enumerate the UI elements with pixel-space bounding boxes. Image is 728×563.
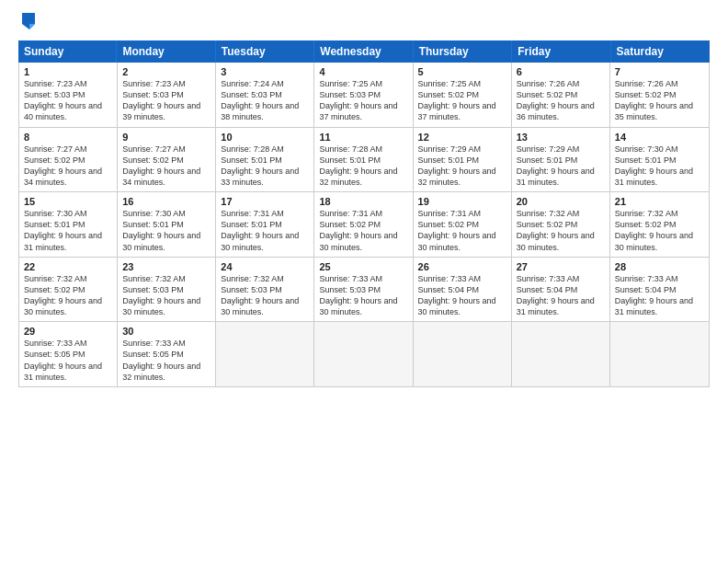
day-number: 21	[615, 196, 704, 207]
cell-info: Sunrise: 7:33 AMSunset: 5:04 PMDaylight:…	[418, 273, 506, 318]
cell-info: Sunrise: 7:27 AMSunset: 5:02 PMDaylight:…	[24, 144, 112, 189]
calendar-cell: 8Sunrise: 7:27 AMSunset: 5:02 PMDaylight…	[19, 128, 118, 192]
calendar-cell: 23Sunrise: 7:32 AMSunset: 5:03 PMDayligh…	[118, 258, 216, 322]
day-number: 6	[517, 66, 605, 77]
cell-info: Sunrise: 7:27 AMSunset: 5:02 PMDaylight:…	[122, 144, 210, 189]
day-number: 7	[615, 66, 704, 77]
cell-info: Sunrise: 7:31 AMSunset: 5:02 PMDaylight:…	[319, 208, 407, 253]
cell-info: Sunrise: 7:32 AMSunset: 5:02 PMDaylight:…	[517, 208, 605, 253]
day-number: 9	[122, 132, 210, 143]
cell-info: Sunrise: 7:30 AMSunset: 5:01 PMDaylight:…	[24, 208, 112, 253]
cell-info: Sunrise: 7:33 AMSunset: 5:05 PMDaylight:…	[122, 338, 210, 383]
header-day-wednesday: Wednesday	[314, 40, 413, 63]
calendar-cell: 18Sunrise: 7:31 AMSunset: 5:02 PMDayligh…	[314, 192, 413, 257]
calendar-cell: 3Sunrise: 7:24 AMSunset: 5:03 PMDaylight…	[216, 63, 314, 127]
calendar-row-1: 1Sunrise: 7:23 AMSunset: 5:03 PMDaylight…	[19, 63, 709, 128]
day-number: 25	[319, 261, 407, 272]
day-number: 5	[418, 66, 506, 77]
cell-info: Sunrise: 7:23 AMSunset: 5:03 PMDaylight:…	[24, 78, 112, 123]
day-number: 1	[24, 66, 112, 77]
cell-info: Sunrise: 7:25 AMSunset: 5:02 PMDaylight:…	[418, 78, 506, 123]
cell-info: Sunrise: 7:31 AMSunset: 5:01 PMDaylight:…	[221, 208, 309, 253]
cell-info: Sunrise: 7:32 AMSunset: 5:03 PMDaylight:…	[122, 273, 210, 318]
calendar-cell: 30Sunrise: 7:33 AMSunset: 5:05 PMDayligh…	[118, 322, 216, 386]
calendar-cell: 15Sunrise: 7:30 AMSunset: 5:01 PMDayligh…	[19, 192, 118, 257]
cell-info: Sunrise: 7:28 AMSunset: 5:01 PMDaylight:…	[221, 144, 309, 189]
calendar-body: 1Sunrise: 7:23 AMSunset: 5:03 PMDaylight…	[18, 63, 710, 387]
calendar-cell	[610, 322, 709, 386]
cell-info: Sunrise: 7:32 AMSunset: 5:02 PMDaylight:…	[615, 208, 704, 253]
day-number: 26	[418, 261, 506, 272]
header-day-thursday: Thursday	[414, 40, 512, 63]
calendar-cell: 25Sunrise: 7:33 AMSunset: 5:03 PMDayligh…	[314, 258, 413, 322]
calendar-cell: 14Sunrise: 7:30 AMSunset: 5:01 PMDayligh…	[610, 128, 709, 192]
day-number: 24	[221, 261, 309, 272]
cell-info: Sunrise: 7:32 AMSunset: 5:03 PMDaylight:…	[221, 273, 309, 318]
day-number: 10	[221, 132, 309, 143]
calendar-cell: 13Sunrise: 7:29 AMSunset: 5:01 PMDayligh…	[512, 128, 610, 192]
calendar-cell: 1Sunrise: 7:23 AMSunset: 5:03 PMDaylight…	[19, 63, 118, 127]
calendar-cell: 2Sunrise: 7:23 AMSunset: 5:03 PMDaylight…	[118, 63, 216, 127]
day-number: 16	[122, 196, 210, 207]
day-number: 4	[319, 66, 407, 77]
calendar-cell	[414, 322, 512, 386]
calendar-cell: 12Sunrise: 7:29 AMSunset: 5:01 PMDayligh…	[414, 128, 512, 192]
calendar-row-5: 29Sunrise: 7:33 AMSunset: 5:05 PMDayligh…	[19, 322, 709, 386]
calendar-cell: 22Sunrise: 7:32 AMSunset: 5:02 PMDayligh…	[19, 258, 118, 322]
cell-info: Sunrise: 7:29 AMSunset: 5:01 PMDaylight:…	[517, 144, 605, 189]
cell-info: Sunrise: 7:26 AMSunset: 5:02 PMDaylight:…	[615, 78, 704, 123]
calendar-cell: 5Sunrise: 7:25 AMSunset: 5:02 PMDaylight…	[414, 63, 512, 127]
day-number: 20	[517, 196, 605, 207]
calendar-cell: 26Sunrise: 7:33 AMSunset: 5:04 PMDayligh…	[414, 258, 512, 322]
calendar-row-4: 22Sunrise: 7:32 AMSunset: 5:02 PMDayligh…	[19, 258, 709, 323]
header-day-monday: Monday	[117, 40, 215, 63]
day-number: 3	[221, 66, 309, 77]
calendar-cell: 9Sunrise: 7:27 AMSunset: 5:02 PMDaylight…	[118, 128, 216, 192]
cell-info: Sunrise: 7:30 AMSunset: 5:01 PMDaylight:…	[122, 208, 210, 253]
day-number: 27	[517, 261, 605, 272]
calendar-header: SundayMondayTuesdayWednesdayThursdayFrid…	[18, 40, 710, 63]
day-number: 19	[418, 196, 506, 207]
logo	[18, 15, 37, 31]
header-day-saturday: Saturday	[611, 40, 710, 63]
calendar-cell: 24Sunrise: 7:32 AMSunset: 5:03 PMDayligh…	[216, 258, 314, 322]
cell-info: Sunrise: 7:26 AMSunset: 5:02 PMDaylight:…	[517, 78, 605, 123]
calendar-cell: 6Sunrise: 7:26 AMSunset: 5:02 PMDaylight…	[512, 63, 610, 127]
day-number: 2	[122, 66, 210, 77]
cell-info: Sunrise: 7:33 AMSunset: 5:04 PMDaylight:…	[615, 273, 704, 318]
day-number: 29	[24, 326, 112, 337]
day-number: 28	[615, 261, 704, 272]
day-number: 15	[24, 196, 112, 207]
cell-info: Sunrise: 7:32 AMSunset: 5:02 PMDaylight:…	[24, 273, 112, 318]
calendar-cell: 4Sunrise: 7:25 AMSunset: 5:03 PMDaylight…	[314, 63, 413, 127]
cell-info: Sunrise: 7:25 AMSunset: 5:03 PMDaylight:…	[319, 78, 407, 123]
calendar-cell: 28Sunrise: 7:33 AMSunset: 5:04 PMDayligh…	[610, 258, 709, 322]
day-number: 8	[24, 132, 112, 143]
cell-info: Sunrise: 7:31 AMSunset: 5:02 PMDaylight:…	[418, 208, 506, 253]
calendar-cell	[512, 322, 610, 386]
day-number: 12	[418, 132, 506, 143]
calendar-cell: 17Sunrise: 7:31 AMSunset: 5:01 PMDayligh…	[216, 192, 314, 257]
header-day-sunday: Sunday	[18, 40, 117, 63]
calendar-cell: 11Sunrise: 7:28 AMSunset: 5:01 PMDayligh…	[314, 128, 413, 192]
day-number: 14	[615, 132, 704, 143]
cell-info: Sunrise: 7:23 AMSunset: 5:03 PMDaylight:…	[122, 78, 210, 123]
calendar-row-2: 8Sunrise: 7:27 AMSunset: 5:02 PMDaylight…	[19, 128, 709, 193]
calendar-cell	[216, 322, 314, 386]
calendar-cell: 20Sunrise: 7:32 AMSunset: 5:02 PMDayligh…	[512, 192, 610, 257]
calendar-cell: 21Sunrise: 7:32 AMSunset: 5:02 PMDayligh…	[610, 192, 709, 257]
calendar-cell: 16Sunrise: 7:30 AMSunset: 5:01 PMDayligh…	[118, 192, 216, 257]
day-number: 11	[319, 132, 407, 143]
calendar-cell: 29Sunrise: 7:33 AMSunset: 5:05 PMDayligh…	[19, 322, 118, 386]
calendar-cell: 7Sunrise: 7:26 AMSunset: 5:02 PMDaylight…	[610, 63, 709, 127]
calendar-row-3: 15Sunrise: 7:30 AMSunset: 5:01 PMDayligh…	[19, 192, 709, 258]
header	[18, 15, 710, 31]
day-number: 22	[24, 261, 112, 272]
header-day-friday: Friday	[512, 40, 610, 63]
day-number: 23	[122, 261, 210, 272]
cell-info: Sunrise: 7:24 AMSunset: 5:03 PMDaylight:…	[221, 78, 309, 123]
cell-info: Sunrise: 7:29 AMSunset: 5:01 PMDaylight:…	[418, 144, 506, 189]
cell-info: Sunrise: 7:30 AMSunset: 5:01 PMDaylight:…	[615, 144, 704, 189]
header-day-tuesday: Tuesday	[216, 40, 314, 63]
calendar-cell: 19Sunrise: 7:31 AMSunset: 5:02 PMDayligh…	[414, 192, 512, 257]
